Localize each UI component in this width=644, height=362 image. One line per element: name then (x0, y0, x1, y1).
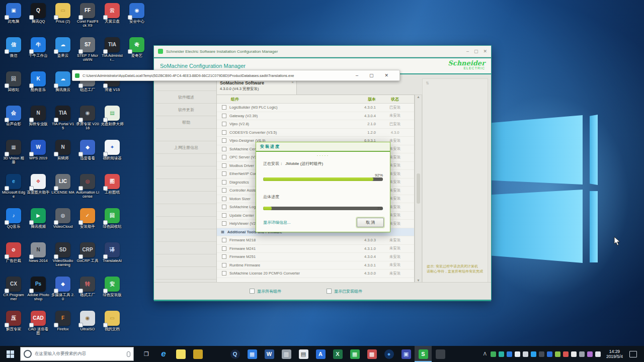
tray-icon-12[interactable] (587, 351, 593, 357)
desktop-icon[interactable]: CXCX Programmer (2, 277, 25, 301)
table-row[interactable]: Firmware M2184.3.0.3未安装 (217, 236, 414, 245)
desktop-icon[interactable]: FFCorel FastFlick X9 (76, 3, 99, 28)
footer-option-0[interactable]: 显示所有组件 (250, 289, 281, 294)
row-checkbox[interactable] (222, 188, 226, 193)
taskbar-app-word[interactable]: W (261, 346, 278, 362)
footer-checkbox[interactable] (327, 289, 332, 294)
tray-icon-0[interactable] (491, 351, 496, 357)
tray-icon-5[interactable] (531, 351, 536, 357)
tray-icon-11[interactable] (579, 351, 585, 357)
desktop-icon[interactable]: ▣此电脑 (2, 3, 25, 24)
desktop-icon[interactable]: 压解压专家 (2, 311, 25, 331)
taskbar-app-installer-somachine[interactable]: S (415, 346, 432, 362)
start-button[interactable] (0, 346, 20, 362)
table-row[interactable]: Firmware M2414.3.1.0未安装 (217, 245, 414, 253)
sidebar-item-10[interactable] (156, 204, 216, 217)
tray-expand-icon[interactable]: ᐱ (484, 351, 487, 356)
table-row[interactable]: Gateway (V2.39)4.3.0.4未安装 (217, 112, 414, 121)
desktop-icon[interactable]: 会会声会影 (2, 106, 25, 126)
desktop-icon[interactable]: WWPS 2019 (27, 140, 50, 160)
tray-icon-13[interactable] (595, 351, 601, 357)
scroll-thumb[interactable] (417, 173, 420, 204)
row-checkbox[interactable] (222, 130, 226, 135)
taskbar-app-sticky-notes[interactable] (172, 346, 189, 362)
desktop-icon[interactable]: K酷狗音乐 (27, 71, 50, 92)
table-row[interactable]: Runtime Firmware4.3.0.1未安装 (217, 261, 414, 270)
desktop-icon[interactable]: TIATIA Portal V15 (51, 106, 74, 130)
taskbar-app-app-green-grid[interactable]: ▦ (346, 346, 363, 362)
desktop-icon[interactable]: 安绿色安装版 (101, 277, 124, 297)
sidebar-item-13[interactable] (156, 242, 216, 254)
desktop-icon[interactable]: ♪QQ音乐 (2, 208, 25, 229)
row-checkbox[interactable] (222, 138, 226, 143)
sidebar-item-1[interactable]: 软件概述 (156, 91, 216, 104)
taskbar-app-app-red-calc[interactable]: ▩ (363, 346, 380, 362)
desktop-icon[interactable]: N剪映专业版 (27, 106, 50, 126)
cancel-button[interactable]: 取 消 (357, 218, 384, 227)
row-checkbox[interactable] (222, 221, 226, 226)
desktop-icon[interactable]: 回回收站 (2, 71, 25, 92)
desktop-icon[interactable]: ⊘广告拦截 (2, 242, 25, 263)
close-icon[interactable]: ✕ (483, 49, 487, 54)
expand-icon[interactable]: ⊞ (221, 230, 224, 234)
dialog-titlebar[interactable]: 安装进度 (256, 142, 390, 152)
console-titlebar[interactable]: C:\Users\Administrator\AppData\Local\Tem… (72, 70, 400, 81)
row-checkbox[interactable] (222, 114, 226, 118)
row-checkbox[interactable] (222, 213, 226, 218)
tray-icon-6[interactable] (539, 351, 544, 357)
table-row[interactable]: CODESYS Converter (V3.5)1.2.04.3.0 (217, 129, 414, 137)
desktop-icon[interactable]: Q腾讯QQ (27, 3, 50, 24)
row-checkbox[interactable] (222, 238, 226, 242)
row-checkbox[interactable] (222, 105, 226, 110)
scroll-down-icon[interactable]: ▼ (417, 279, 420, 282)
desktop-icon[interactable]: ◉安全中心 (125, 3, 148, 24)
show-details-link[interactable]: 显示详细信息... (263, 220, 291, 225)
desktop-icon[interactable]: ▶腾讯视频 (27, 208, 50, 229)
taskbar-app-excel[interactable]: X (329, 346, 346, 362)
microphone-icon[interactable] (127, 351, 130, 357)
sidebar-item-5[interactable]: 上网注册信息 (156, 141, 216, 154)
desktop-icon[interactable]: 图工程图纸 (101, 174, 124, 195)
taskbar-app-app-dim[interactable] (432, 346, 449, 362)
desktop-icon[interactable]: LICLICENSE MA (51, 174, 74, 195)
sidebar-item-7[interactable] (156, 166, 216, 179)
taskbar-app-app-sphere[interactable]: ● (380, 346, 397, 362)
action-center-icon[interactable] (629, 351, 637, 357)
desktop-icon[interactable]: ▭我的文档 (101, 311, 124, 331)
desktop-icon[interactable]: N剪辑师 (51, 140, 74, 160)
desktop-icon[interactable]: ✦福昕阅读器 (101, 140, 124, 160)
row-checkbox[interactable] (222, 246, 226, 251)
desktop-icon[interactable]: ✓安装助手 (76, 208, 99, 229)
sidebar-item-12[interactable] (156, 229, 216, 242)
scrollbar[interactable]: ▲ ▼ (415, 95, 422, 283)
desktop-icon[interactable]: ◉录屏专家 V2016 (76, 106, 99, 130)
table-row[interactable]: Firmware M2514.3.0.4未安装 (217, 253, 414, 261)
taskbar-app-store[interactable]: ▦ (244, 346, 261, 362)
desktop-icon[interactable]: ❖百度图片助手 (27, 174, 50, 195)
table-row[interactable]: LogicBuilder (M3 PLC Logic)4.3.0.1已安装 (217, 104, 414, 112)
desktop-icon[interactable]: 转格式工厂 (76, 277, 99, 297)
tray-icon-1[interactable] (499, 351, 504, 357)
desktop-icon[interactable]: 译TranslateAI (101, 242, 124, 263)
taskbar-app-edge[interactable]: e (155, 346, 172, 362)
tray-icon-2[interactable] (507, 351, 512, 357)
footer-option-1[interactable]: 显示已安装组件 (327, 289, 362, 294)
tray-icon-7[interactable] (547, 351, 552, 357)
tray-icon-9[interactable] (563, 351, 569, 357)
desktop-icon[interactable]: ▦3D Vision 相册 (2, 140, 25, 164)
restore-icon[interactable]: ▢ (474, 49, 478, 54)
row-checkbox[interactable] (222, 122, 226, 126)
row-checkbox[interactable] (222, 147, 226, 151)
sidebar-item-2[interactable]: 软件更新 (156, 104, 216, 116)
desktop-icon[interactable]: ◉UltraISO (76, 311, 99, 331)
desktop-icon[interactable]: 云天翼云盘 (101, 3, 124, 24)
desktop-icon[interactable]: ◍VideoCloud (51, 208, 74, 229)
row-checkbox[interactable] (222, 197, 226, 201)
sidebar-item-15[interactable] (156, 267, 216, 280)
desktop-icon[interactable]: NNews 2014 (27, 242, 50, 263)
row-checkbox[interactable] (222, 271, 226, 276)
row-checkbox[interactable] (222, 155, 226, 159)
desktop-icon[interactable]: 牛千牛工作台 (27, 37, 50, 58)
tray-icon-4[interactable] (523, 351, 528, 357)
desktop-icon[interactable]: PsAdobe Photoshop (27, 277, 50, 301)
